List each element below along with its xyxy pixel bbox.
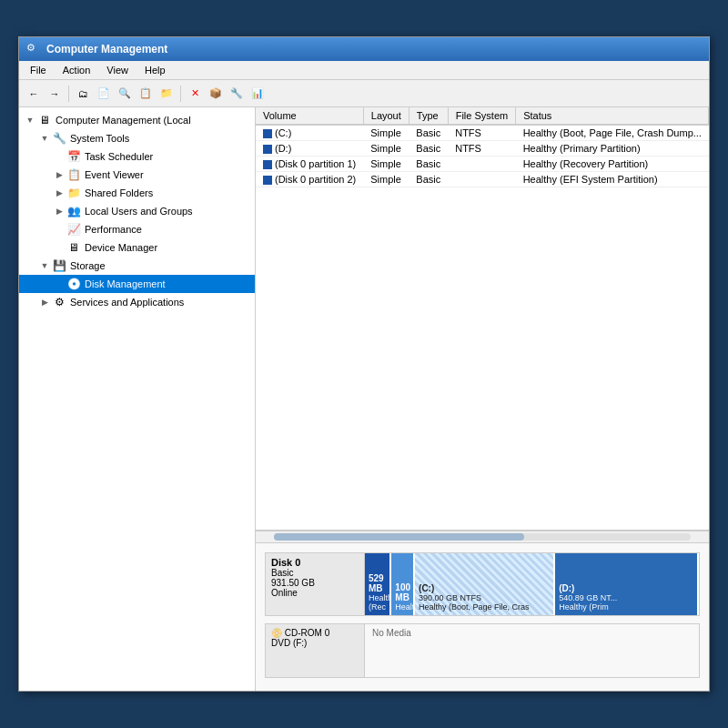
vol-layout: Simple: [363, 125, 409, 141]
col-status[interactable]: Status: [516, 107, 709, 125]
vol-fs: [448, 157, 515, 172]
expand-icon: [52, 225, 66, 234]
sidebar-item-task-scheduler[interactable]: 📅 Task Scheduler: [19, 147, 255, 166]
vol-status: Healthy (Recovery Partition): [516, 157, 709, 172]
part-size-1: 529 MB: [369, 573, 386, 593]
vol-name: (Disk 0 partition 1): [256, 157, 363, 172]
sidebar-storage-label: Storage: [70, 260, 106, 271]
sidebar-performance-label: Performance: [85, 224, 142, 235]
sidebar-item-performance[interactable]: 📈 Performance: [19, 220, 255, 238]
root-icon: 🖥: [37, 113, 52, 127]
sidebar-services-label: Services and Applications: [70, 297, 184, 308]
part-size-2: 100 MB: [395, 582, 410, 602]
vol-layout: Simple: [363, 172, 409, 187]
shared-folders-icon: 📁: [66, 186, 81, 200]
partition-100mb[interactable]: 100 MB Healthy: [391, 553, 415, 615]
vol-status: Healthy (EFI System Partition): [516, 172, 709, 187]
toolbar-btn-3[interactable]: 🔍: [116, 85, 134, 103]
disk0-row: Disk 0 Basic 931.50 GB Online 529 MB Hea…: [265, 552, 700, 616]
vol-name: (D:): [256, 141, 363, 157]
part-status-c: Healthy (Boot, Page File, Cras: [419, 602, 550, 612]
disk0-name: Disk 0: [271, 557, 359, 568]
expand-icon: [52, 243, 66, 252]
toolbar-btn-8[interactable]: 📊: [248, 85, 267, 103]
table-row[interactable]: (Disk 0 partition 2) Simple Basic Health…: [256, 172, 709, 187]
menu-action[interactable]: Action: [56, 63, 98, 77]
toolbar-sep-2: [180, 86, 181, 102]
menu-help[interactable]: Help: [137, 63, 173, 77]
disk0-size: 931.50 GB: [271, 578, 359, 588]
sidebar-item-disk-management[interactable]: 💿 Disk Management: [19, 275, 255, 293]
vol-type: Basic: [409, 172, 448, 187]
col-type[interactable]: Type: [409, 107, 448, 125]
cdrom-type: DVD (F:): [271, 638, 307, 648]
sidebar-item-event-viewer[interactable]: ▶ 📋 Event Viewer: [19, 166, 255, 184]
vol-name: (C:): [256, 125, 363, 141]
vol-type: Basic: [409, 125, 448, 141]
cdrom-row: 📀 CD-ROM 0 DVD (F:) No Media: [265, 623, 700, 678]
scrollbar-thumb[interactable]: [274, 533, 524, 541]
storage-icon: 💾: [52, 258, 66, 273]
disk0-partitions: 529 MB Healthy (Rec 100 MB Healthy (C:) …: [365, 552, 700, 616]
cdrom-name: CD-ROM 0: [285, 628, 329, 638]
toolbar-btn-5[interactable]: 📁: [157, 85, 176, 103]
part-name-d: (D:): [559, 583, 693, 593]
expand-icon: ▶: [37, 298, 52, 307]
delete-button[interactable]: ✕: [186, 85, 204, 103]
partition-c[interactable]: (C:) 390.00 GB NTFS Healthy (Boot, Page …: [415, 553, 555, 615]
expand-icon: ▶: [52, 207, 66, 216]
local-users-icon: 👥: [66, 204, 81, 218]
vol-fs: NTFS: [448, 141, 515, 157]
toolbar: ← → 🗂 📄 🔍 📋 📁 ✕ 📦 🔧 📊: [19, 80, 709, 107]
services-icon: ⚙: [52, 295, 66, 309]
horizontal-scrollbar[interactable]: [256, 531, 709, 543]
back-button[interactable]: ←: [25, 85, 43, 103]
col-layout[interactable]: Layout: [363, 107, 409, 125]
expand-icon: [52, 279, 66, 288]
part-status-d: Healthy (Prim: [559, 602, 693, 612]
cdrom-label: 📀 CD-ROM 0 DVD (F:): [265, 623, 365, 678]
table-row[interactable]: (D:) Simple Basic NTFS Healthy (Primary …: [256, 141, 709, 157]
task-scheduler-icon: 📅: [66, 149, 81, 164]
col-volume[interactable]: Volume: [256, 107, 363, 125]
performance-icon: 📈: [66, 222, 81, 237]
partition-d[interactable]: (D:) 540.89 GB NT... Healthy (Prim: [555, 553, 699, 615]
sidebar-root-label: Computer Management (Local: [56, 115, 191, 126]
sidebar-item-local-users[interactable]: ▶ 👥 Local Users and Groups: [19, 202, 255, 220]
sidebar-item-device-manager[interactable]: 🖥 Device Manager: [19, 238, 255, 257]
sidebar: ▼ 🖥 Computer Management (Local ▼ 🔧 Syste…: [19, 107, 256, 691]
table-row[interactable]: (Disk 0 partition 1) Simple Basic Health…: [256, 157, 709, 172]
vol-status: Healthy (Boot, Page File, Crash Dump...: [516, 125, 709, 141]
col-filesystem[interactable]: File System: [448, 107, 515, 125]
forward-button[interactable]: →: [46, 85, 64, 103]
scrollbar-track[interactable]: [274, 533, 691, 541]
main-content: ▼ 🖥 Computer Management (Local ▼ 🔧 Syste…: [19, 107, 709, 691]
menu-view[interactable]: View: [99, 63, 136, 77]
sidebar-item-system-tools[interactable]: ▼ 🔧 System Tools: [19, 129, 255, 147]
sidebar-root[interactable]: ▼ 🖥 Computer Management (Local: [19, 111, 255, 129]
table-row[interactable]: (C:) Simple Basic NTFS Healthy (Boot, Pa…: [256, 125, 709, 141]
cdrom-icon: 📀: [271, 628, 285, 638]
sidebar-item-shared-folders[interactable]: ▶ 📁 Shared Folders: [19, 184, 255, 202]
sidebar-task-scheduler-label: Task Scheduler: [85, 151, 153, 162]
vol-status: Healthy (Primary Partition): [516, 141, 709, 157]
vol-layout: Simple: [363, 157, 409, 172]
disk0-status: Online: [271, 588, 359, 598]
toolbar-btn-7[interactable]: 🔧: [228, 85, 246, 103]
disk-table[interactable]: Volume Layout Type File System Status (C…: [256, 107, 709, 531]
sidebar-item-services[interactable]: ▶ ⚙ Services and Applications: [19, 293, 255, 311]
expand-icon: ▼: [37, 261, 52, 270]
toolbar-btn-6[interactable]: 📦: [207, 85, 225, 103]
sidebar-item-storage[interactable]: ▼ 💾 Storage: [19, 257, 255, 275]
sidebar-event-viewer-label: Event Viewer: [85, 169, 144, 180]
vol-type: Basic: [409, 157, 448, 172]
title-bar: ⚙ Computer Management: [19, 37, 709, 61]
part-status-2: Healthy: [395, 602, 410, 612]
toolbar-btn-1[interactable]: 🗂: [74, 85, 92, 103]
partition-recovery[interactable]: 529 MB Healthy (Rec: [365, 553, 391, 615]
cdrom-status: No Media: [372, 628, 411, 638]
right-panel: Volume Layout Type File System Status (C…: [256, 107, 709, 691]
menu-file[interactable]: File: [23, 63, 54, 77]
toolbar-btn-4[interactable]: 📋: [136, 85, 155, 103]
toolbar-btn-2[interactable]: 📄: [95, 85, 113, 103]
